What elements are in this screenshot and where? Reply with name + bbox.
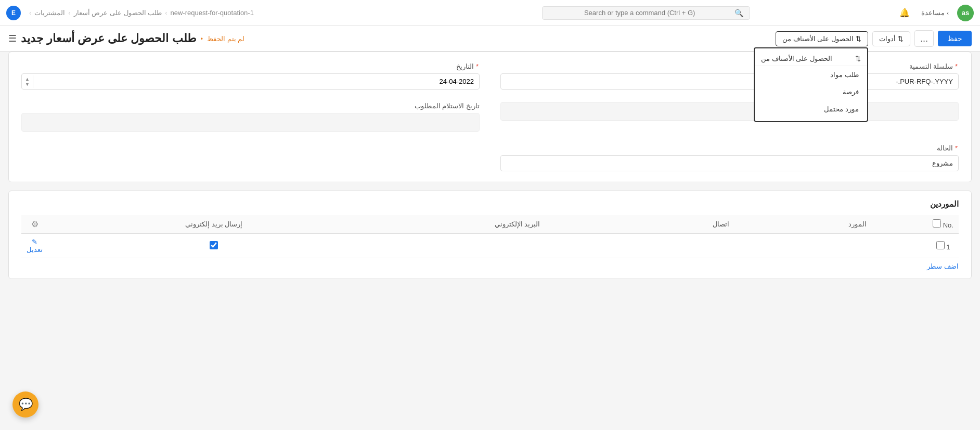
get-items-label: الحصول على الأصناف من [782,35,854,43]
save-button[interactable]: حفظ [938,31,972,46]
status-required: * [955,144,958,152]
get-items-button[interactable]: ⇅ الحصول على الأصناف من [776,31,868,46]
get-items-dropdown-container: ⇅ الحصول على الأصناف من ⇅ الحصول على الأ… [776,31,868,46]
col-send-email: إرسال بريد إلكتروني [48,215,380,234]
navbar: as › مساعدة 🔔 🔍 new-request-for-quotatio… [0,0,980,26]
breadcrumb-sep-0: › [29,9,31,17]
right-avatar-text: E [11,9,16,17]
required-date-label-text: تاريخ الاستلام المطلوب [415,102,480,110]
row-no-value: 1 [946,243,950,251]
suppliers-table-head: .No المورد اتصال البريد الإلكتروني إرسال… [21,215,959,234]
supplier-placeholder-group [500,102,959,132]
breadcrumb-sep-2: › [165,9,167,17]
dropdown-item-material-request[interactable]: طلب مواد [755,66,867,83]
get-items-dropdown-menu: ⇅ الحصول على الأصناف من طلب مواد فرصة مو… [754,47,868,122]
row-checkbox[interactable] [936,241,945,249]
help-menu[interactable]: › مساعدة [917,7,953,19]
help-label: مساعدة [921,9,945,17]
date-spinner[interactable]: ▲ ▼ [22,75,33,88]
table-row: 1 ✎ تعديل [21,234,959,258]
date-label-text: التاريخ [456,62,474,70]
date-field[interactable]: ▲ ▼ [21,73,480,90]
search-bar[interactable]: 🔍 [542,6,750,20]
breadcrumb-item-rfq[interactable]: new-request-for-quotation-1 [170,9,253,17]
required-date-label: تاريخ الاستلام المطلوب [21,102,480,110]
col-no-label: .No [943,221,953,229]
row-contact[interactable] [654,234,787,258]
col-no: .No [927,215,959,234]
col-supplier-label: المورد [848,220,867,228]
tools-label: أدوات [879,35,896,43]
col-send-email-label: إرسال بريد إلكتروني [185,220,242,228]
not-saved-text: لم يتم الحفظ [207,35,244,43]
dropdown-item-potential-supplier[interactable]: مورد محتمل [755,100,867,118]
dropdown-arrow-icon: ⇅ [855,55,861,62]
suppliers-card: الموردين .No المورد اتصال البريد الإلكتر… [8,191,972,279]
empty-group [21,144,480,171]
breadcrumb-sep-1: › [68,9,70,17]
col-supplier: المورد [787,215,927,234]
row-supplier[interactable] [787,234,927,258]
breadcrumb-item-home[interactable]: المشتريات [34,9,65,17]
required-date-group: تاريخ الاستلام المطلوب [21,102,480,132]
row-no: 1 [927,234,959,258]
search-input[interactable] [549,9,730,17]
page-status: لم يتم الحفظ • [201,35,245,43]
toolbar: حفظ ... ⇅ أدوات ⇅ الحصول على الأصناف من … [0,26,980,52]
required-date-input-placeholder[interactable] [21,113,480,132]
status-label-text: الحالة [937,144,953,152]
get-items-arrow-icon: ⇅ [856,35,861,43]
suppliers-table: .No المورد اتصال البريد الإلكتروني إرسال… [21,215,959,258]
avatar-text: as [962,9,969,17]
user-avatar[interactable]: as [957,5,974,21]
more-options-button[interactable]: ... [914,30,934,47]
not-saved-dot: • [201,35,203,43]
send-email-checkbox[interactable] [210,241,218,249]
supplier-placeholder [500,102,959,121]
col-contact: اتصال [654,215,787,234]
naming-series-label: * سلسلة التسمية [500,62,959,70]
dropdown-item-opportunity[interactable]: فرصة [755,83,867,100]
right-user-avatar[interactable]: E [6,6,21,20]
naming-series-group: * سلسلة التسمية [500,62,959,90]
notifications-bell[interactable]: 🔔 [896,5,913,21]
date-input[interactable] [33,74,479,89]
status-group: * الحالة [500,144,959,171]
search-icon: 🔍 [734,9,743,17]
suppliers-table-header-row: .No المورد اتصال البريد الإلكتروني إرسال… [21,215,959,234]
naming-series-required: * [955,62,958,70]
select-all-checkbox[interactable] [933,219,941,227]
dropdown-header-label: الحصول على الأصناف من [761,55,832,62]
date-group: * التاريخ ▲ ▼ [21,62,480,90]
col-email-label: البريد الإلكتروني [495,220,540,228]
breadcrumb-item-purchases[interactable]: طلب الحصول على عرض أسعار [74,9,162,17]
col-contact-label: اتصال [713,220,729,228]
add-row-link[interactable]: اضف سطر [21,258,959,270]
row-edit[interactable]: ✎ تعديل [21,234,48,258]
edit-label[interactable]: ✎ تعديل [27,238,43,254]
tools-button[interactable]: ⇅ أدوات [872,31,910,46]
row-email[interactable] [380,234,655,258]
date-required: * [476,62,479,70]
naming-series-label-text: سلسلة التسمية [909,62,953,70]
page-menu-icon[interactable]: ☰ [8,33,17,44]
dropdown-header: ⇅ الحصول على الأصناف من [755,52,867,66]
col-email: البريد الإلكتروني [380,215,655,234]
col-settings: ⚙ [21,215,48,234]
help-arrow-icon: › [947,10,949,16]
status-input[interactable] [500,155,959,171]
status-label: * الحالة [500,144,959,152]
naming-series-input[interactable] [500,73,959,90]
suppliers-title: الموردين [21,199,959,209]
row-send-email [48,234,380,258]
date-label: * التاريخ [21,62,480,70]
breadcrumb: new-request-for-quotation-1 › طلب الحصول… [29,9,254,17]
suppliers-table-body: 1 ✎ تعديل [21,234,959,258]
tools-arrow-icon: ⇅ [898,35,904,43]
settings-gear-icon[interactable]: ⚙ [31,220,38,229]
page-title: طلب الحصول على عرض أسعار جديد [21,32,197,45]
